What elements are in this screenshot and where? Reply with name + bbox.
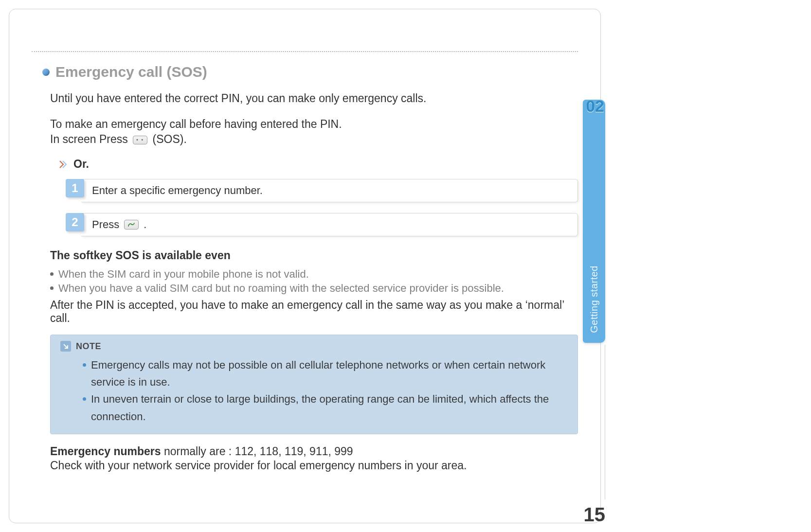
instruction-2-pre: In screen Press	[50, 133, 131, 145]
bullet-icon	[50, 272, 54, 276]
chapter-label: Getting started	[589, 266, 600, 333]
step-1: 1 Enter a specific emergency number.	[66, 179, 578, 202]
step-number: 2	[66, 213, 84, 231]
note-header: NOTE	[60, 341, 568, 352]
condition-2: When you have a valid SIM card but no ro…	[58, 281, 504, 296]
note-box: NOTE Emergency calls may not be possible…	[50, 335, 578, 434]
instruction-2-post: (SOS).	[153, 133, 187, 145]
condition-1: When the SIM card in your mobile phone i…	[58, 267, 309, 282]
page-wrap: 02 Getting started 15 Emergency call (SO…	[0, 0, 610, 532]
or-label: Or.	[73, 158, 89, 171]
sos-key-icon	[133, 136, 147, 144]
note-arrow-icon	[60, 341, 71, 352]
step-1-text: Enter a specific emergency number.	[92, 184, 263, 197]
step-body: Press .	[81, 213, 578, 236]
double-arrow-icon	[59, 160, 69, 169]
or-row: Or.	[40, 158, 89, 171]
list-item: When the SIM card in your mobile phone i…	[50, 267, 578, 282]
step-number: 1	[66, 179, 84, 197]
step-2-pre: Press	[92, 218, 119, 231]
side-divider	[605, 345, 605, 499]
step-2-post: .	[144, 218, 146, 231]
instruction-line-2: In screen Press (SOS).	[32, 132, 578, 147]
after-pin-text: After the PIN is accepted, you have to m…	[32, 299, 578, 325]
section-heading-row: Emergency call (SOS)	[32, 64, 578, 80]
note-list: Emergency calls may not be possible on a…	[60, 356, 568, 425]
step-2: 2 Press .	[66, 213, 578, 236]
list-item: When you have a valid SIM card but no ro…	[50, 281, 578, 296]
list-item: In uneven terrain or close to large buil…	[83, 390, 568, 425]
list-item: Emergency calls may not be possible on a…	[83, 356, 568, 390]
emergency-numbers-label: Emergency numbers	[50, 445, 161, 458]
note-item-1: Emergency calls may not be possible on a…	[91, 356, 568, 390]
dotted-divider	[32, 51, 578, 52]
intro-text: Until you have entered the correct PIN, …	[32, 91, 578, 106]
chapter-number: 02	[586, 97, 604, 116]
page-number: 15	[584, 504, 606, 526]
heading-bullet-icon	[42, 69, 50, 76]
bullet-icon	[50, 286, 54, 290]
instruction-line-1: To make an emergency call before having …	[32, 117, 578, 132]
page-card: 02 Getting started 15 Emergency call (SO…	[9, 9, 601, 523]
emergency-check-text: Check with your network service provider…	[32, 459, 578, 472]
steps-list: 1 Enter a specific emergency number. 2 P…	[32, 179, 578, 236]
section-heading: Emergency call (SOS)	[55, 64, 207, 80]
sub-heading: The softkey SOS is available even	[32, 249, 578, 262]
note-item-2: In uneven terrain or close to large buil…	[91, 390, 568, 425]
step-body: Enter a specific emergency number.	[81, 179, 578, 202]
emergency-numbers-line: Emergency numbers normally are : 112, 11…	[32, 445, 578, 458]
bullet-icon	[83, 363, 86, 367]
call-key-icon	[124, 220, 139, 230]
emergency-numbers-rest: normally are : 112, 118, 119, 911, 999	[161, 445, 353, 458]
bullet-icon	[83, 397, 86, 401]
note-title: NOTE	[76, 341, 101, 352]
conditions-list: When the SIM card in your mobile phone i…	[32, 267, 578, 296]
chapter-tab: 02 Getting started	[583, 100, 605, 343]
